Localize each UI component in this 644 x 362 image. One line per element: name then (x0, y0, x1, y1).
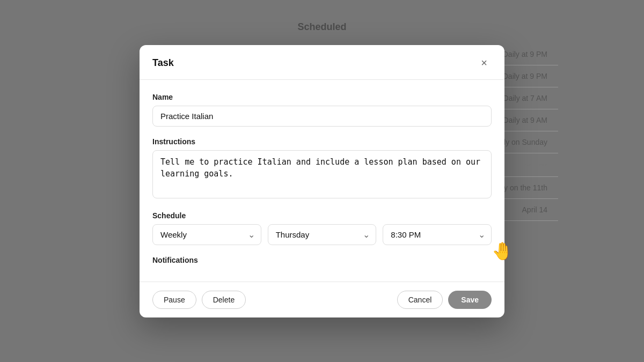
instructions-input[interactable]: Tell me to practice Italian and include … (152, 150, 492, 198)
name-label: Name (152, 93, 492, 101)
time-input[interactable] (383, 224, 492, 245)
save-button[interactable]: Save (448, 291, 492, 309)
cancel-button[interactable]: Cancel (397, 291, 443, 309)
notifications-section: Notifications (152, 256, 492, 264)
frequency-select[interactable]: Daily Weekly Monthly Once (152, 224, 261, 245)
modal-title: Task (152, 57, 174, 69)
modal-header: Task × (140, 45, 504, 80)
footer-right-actions: Cancel Save (397, 291, 492, 309)
name-field-group: Name (152, 93, 492, 127)
name-input[interactable] (152, 106, 492, 127)
day-select-wrapper: Monday Tuesday Wednesday Thursday Friday… (268, 224, 377, 245)
time-select-wrapper: 🤚 (383, 224, 492, 245)
delete-button[interactable]: Delete (202, 291, 246, 309)
notifications-label: Notifications (152, 256, 492, 264)
schedule-field-group: Schedule Daily Weekly Monthly Once Monda… (152, 211, 492, 245)
pause-button[interactable]: Pause (152, 291, 196, 309)
modal-overlay[interactable]: Task × Name Instructions Tell me to prac… (0, 0, 644, 362)
modal-body: Name Instructions Tell me to practice It… (140, 80, 504, 282)
instructions-label: Instructions (152, 137, 492, 146)
close-button[interactable]: × (477, 56, 492, 71)
cursor-hand-icon: 🤚 (492, 241, 513, 261)
modal-footer: Pause Delete Cancel Save (140, 282, 504, 317)
schedule-label: Schedule (152, 211, 492, 220)
schedule-row: Daily Weekly Monthly Once Monday Tuesday… (152, 224, 492, 245)
frequency-select-wrapper: Daily Weekly Monthly Once (152, 224, 261, 245)
instructions-field-group: Instructions Tell me to practice Italian… (152, 137, 492, 201)
day-select[interactable]: Monday Tuesday Wednesday Thursday Friday… (268, 224, 377, 245)
task-modal: Task × Name Instructions Tell me to prac… (140, 45, 504, 317)
footer-left-actions: Pause Delete (152, 291, 246, 309)
